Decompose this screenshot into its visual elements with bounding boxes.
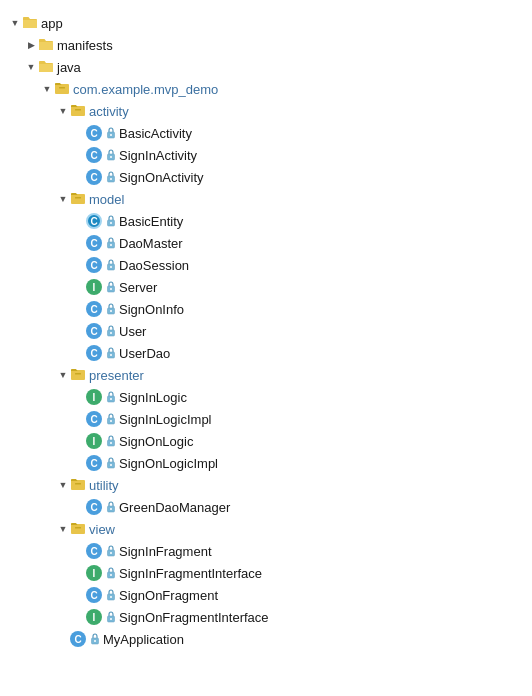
class-icon: C bbox=[86, 301, 102, 317]
tree-item-User[interactable]: C User bbox=[8, 320, 524, 342]
tree-item-label: com.example.mvp_demo bbox=[73, 82, 218, 97]
tree-arrow[interactable] bbox=[24, 38, 38, 52]
tree-arrow[interactable] bbox=[56, 104, 70, 118]
tree-item-java[interactable]: java bbox=[8, 56, 524, 78]
tree-item-SignOnActivity[interactable]: C SignOnActivity bbox=[8, 166, 524, 188]
package-icon bbox=[70, 366, 89, 385]
tree-item-label: java bbox=[57, 60, 81, 75]
tree-item-model[interactable]: model bbox=[8, 188, 524, 210]
lock-icon bbox=[106, 127, 116, 139]
folder-icon bbox=[22, 14, 41, 33]
svg-point-45 bbox=[110, 574, 112, 576]
tree-arrow[interactable] bbox=[8, 16, 22, 30]
class-icon: C bbox=[86, 499, 102, 515]
class-icon: C bbox=[86, 587, 102, 603]
tree-item-com.example.mvp_demo[interactable]: com.example.mvp_demo bbox=[8, 78, 524, 100]
svg-point-21 bbox=[110, 310, 112, 312]
tree-item-GreenDaoManager[interactable]: C GreenDaoManager bbox=[8, 496, 524, 518]
lock-icon bbox=[106, 303, 116, 315]
lock-icon bbox=[106, 347, 116, 359]
lock-icon bbox=[106, 281, 116, 293]
class-icon: C bbox=[86, 543, 102, 559]
class-icon: C bbox=[86, 323, 102, 339]
lock-icon bbox=[106, 413, 116, 425]
svg-rect-37 bbox=[75, 483, 81, 485]
lock-icon bbox=[106, 611, 116, 623]
tree-item-label: SignOnFragmentInterface bbox=[119, 610, 269, 625]
svg-point-51 bbox=[94, 640, 96, 642]
svg-point-23 bbox=[110, 332, 112, 334]
tree-item-label: SignOnActivity bbox=[119, 170, 204, 185]
tree-item-utility[interactable]: utility bbox=[8, 474, 524, 496]
tree-item-SignOnInfo[interactable]: C SignOnInfo bbox=[8, 298, 524, 320]
tree-item-SignOnLogicImpl[interactable]: C SignOnLogicImpl bbox=[8, 452, 524, 474]
svg-rect-41 bbox=[75, 527, 81, 529]
tree-item-Server[interactable]: I Server bbox=[8, 276, 524, 298]
tree-arrow[interactable] bbox=[40, 82, 54, 96]
svg-point-7 bbox=[110, 156, 112, 158]
tree-item-SignInLogic[interactable]: I SignInLogic bbox=[8, 386, 524, 408]
tree-arrow[interactable] bbox=[56, 368, 70, 382]
tree-item-SignInFragmentInterface[interactable]: I SignInFragmentInterface bbox=[8, 562, 524, 584]
lock-icon bbox=[106, 501, 116, 513]
tree-item-manifests[interactable]: manifests bbox=[8, 34, 524, 56]
tree-item-SignInFragment[interactable]: C SignInFragment bbox=[8, 540, 524, 562]
tree-item-SignOnFragment[interactable]: C SignOnFragment bbox=[8, 584, 524, 606]
svg-rect-3 bbox=[75, 109, 81, 111]
tree-item-label: utility bbox=[89, 478, 119, 493]
svg-point-5 bbox=[110, 134, 112, 136]
lock-icon bbox=[106, 325, 116, 337]
folder-icon bbox=[38, 58, 57, 77]
tree-item-DaoSession[interactable]: C DaoSession bbox=[8, 254, 524, 276]
svg-rect-10 bbox=[71, 194, 85, 204]
tree-item-SignInActivity[interactable]: C SignInActivity bbox=[8, 144, 524, 166]
interface-icon: I bbox=[86, 609, 102, 625]
tree-item-BasicActivity[interactable]: C BasicActivity bbox=[8, 122, 524, 144]
tree-item-label: SignInFragmentInterface bbox=[119, 566, 262, 581]
tree-item-SignInLogicImpl[interactable]: C SignInLogicImpl bbox=[8, 408, 524, 430]
tree-arrow[interactable] bbox=[24, 60, 38, 74]
class-icon: C bbox=[86, 235, 102, 251]
svg-point-33 bbox=[110, 442, 112, 444]
tree-item-app[interactable]: app bbox=[8, 12, 524, 34]
tree-item-label: SignOnLogicImpl bbox=[119, 456, 218, 471]
tree-item-SignOnLogic[interactable]: I SignOnLogic bbox=[8, 430, 524, 452]
tree-item-MyApplication[interactable]: C MyApplication bbox=[8, 628, 524, 650]
interface-icon: I bbox=[86, 279, 102, 295]
tree-item-label: SignInFragment bbox=[119, 544, 212, 559]
svg-point-31 bbox=[110, 420, 112, 422]
svg-rect-1 bbox=[59, 87, 65, 89]
tree-arrow[interactable] bbox=[56, 478, 70, 492]
tree-item-presenter[interactable]: presenter bbox=[8, 364, 524, 386]
tree-item-SignOnFragmentInterface[interactable]: I SignOnFragmentInterface bbox=[8, 606, 524, 628]
class-icon: C bbox=[86, 147, 102, 163]
package-icon bbox=[70, 476, 89, 495]
tree-item-label: manifests bbox=[57, 38, 113, 53]
lock-icon bbox=[106, 237, 116, 249]
lock-icon bbox=[90, 633, 100, 645]
tree-item-view[interactable]: view bbox=[8, 518, 524, 540]
tree-arrow[interactable] bbox=[56, 522, 70, 536]
lock-icon bbox=[106, 259, 116, 271]
svg-point-47 bbox=[110, 596, 112, 598]
svg-point-13 bbox=[110, 222, 112, 224]
tree-item-activity[interactable]: activity bbox=[8, 100, 524, 122]
lock-icon bbox=[106, 171, 116, 183]
class-icon: C bbox=[86, 455, 102, 471]
tree-item-DaoMaster[interactable]: C DaoMaster bbox=[8, 232, 524, 254]
tree-item-BasicEntity[interactable]: C BasicEntity bbox=[8, 210, 524, 232]
interface-icon: I bbox=[86, 433, 102, 449]
package-icon bbox=[70, 520, 89, 539]
tree-item-label: SignOnLogic bbox=[119, 434, 193, 449]
tree-item-label: activity bbox=[89, 104, 129, 119]
package-icon bbox=[70, 102, 89, 121]
svg-rect-26 bbox=[71, 370, 85, 380]
class-icon: C bbox=[86, 345, 102, 361]
tree-item-label: model bbox=[89, 192, 124, 207]
tree-item-UserDao[interactable]: C UserDao bbox=[8, 342, 524, 364]
tree-arrow[interactable] bbox=[56, 192, 70, 206]
tree-item-label: BasicActivity bbox=[119, 126, 192, 141]
tree-item-label: MyApplication bbox=[103, 632, 184, 647]
tree-item-label: BasicEntity bbox=[119, 214, 183, 229]
svg-point-25 bbox=[110, 354, 112, 356]
